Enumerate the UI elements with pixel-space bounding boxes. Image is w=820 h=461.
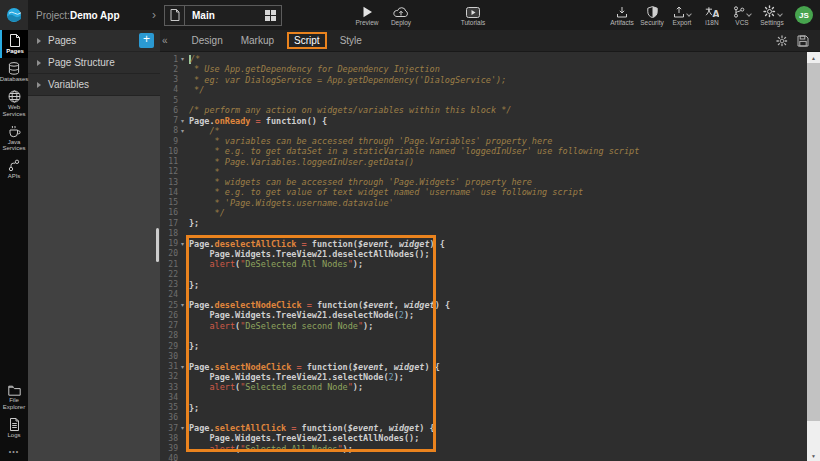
- code-line[interactable]: * 'Page.Widgets.username.datavalue': [187, 198, 807, 208]
- tab-markup[interactable]: Markup: [232, 33, 283, 48]
- code-line[interactable]: Page.Widgets.TreeView21.selectAllNodes()…: [187, 433, 807, 443]
- tutorials-button[interactable]: Tutorials: [460, 0, 486, 30]
- code-line[interactable]: [187, 290, 807, 300]
- settings-button[interactable]: Settings: [759, 0, 785, 30]
- code-line[interactable]: * e.g. to get dataSet in a staticVariabl…: [187, 146, 807, 156]
- code-line[interactable]: [187, 454, 807, 461]
- code-line[interactable]: * Use App.getDependency for Dependency I…: [187, 64, 807, 74]
- code-line[interactable]: * e.g. to get value of text widget named…: [187, 187, 807, 197]
- sidebar-scrollbar[interactable]: [156, 228, 159, 262]
- line-number[interactable]: 25▾: [160, 300, 187, 310]
- rail-item-pages[interactable]: Pages: [0, 30, 28, 58]
- line-number[interactable]: 30: [160, 351, 187, 361]
- line-number[interactable]: 31▾: [160, 362, 187, 372]
- code-line[interactable]: alert("Selected All Nodes");: [187, 444, 807, 454]
- line-number[interactable]: 8▾: [160, 126, 187, 136]
- code-line[interactable]: [187, 95, 807, 105]
- line-number[interactable]: 32: [160, 372, 187, 382]
- fold-caret-icon[interactable]: ▾: [178, 300, 187, 310]
- save-icon[interactable]: [797, 35, 809, 47]
- line-number[interactable]: 24: [160, 290, 187, 300]
- code-line[interactable]: };: [187, 280, 807, 290]
- code-line[interactable]: Page.onReady = function() {: [187, 116, 807, 126]
- line-number[interactable]: 35: [160, 403, 187, 413]
- code-line[interactable]: Page.selectAllClick = function($event, w…: [187, 423, 807, 433]
- scroll-thumb[interactable]: [807, 63, 820, 421]
- code-line[interactable]: [187, 331, 807, 341]
- line-number[interactable]: 28: [160, 331, 187, 341]
- line-number[interactable]: 23: [160, 280, 187, 290]
- fold-caret-icon[interactable]: ▾: [178, 126, 187, 136]
- rail-item-apis[interactable]: APIs: [0, 155, 28, 183]
- breadcrumb-chevron-icon[interactable]: ›: [152, 8, 156, 22]
- code-line[interactable]: alert("DeSelected All Nodes");: [187, 259, 807, 269]
- rail-item-logs[interactable]: Logs: [0, 414, 28, 442]
- fold-caret-icon[interactable]: ▾: [178, 423, 187, 433]
- code-line[interactable]: /*: [187, 54, 807, 64]
- tab-script[interactable]: Script: [287, 32, 327, 49]
- line-number[interactable]: 1▾: [160, 54, 187, 64]
- user-avatar[interactable]: JS: [795, 6, 813, 24]
- code-line[interactable]: Page.deselectAllClick = function($event,…: [187, 239, 807, 249]
- code-line[interactable]: * widgets can be accessed through 'Page.…: [187, 177, 807, 187]
- line-number[interactable]: 36: [160, 413, 187, 423]
- line-number[interactable]: 17: [160, 218, 187, 228]
- code-line[interactable]: * variables can be accessed through 'Pag…: [187, 136, 807, 146]
- rail-item-file-explorer[interactable]: File Explorer: [0, 381, 28, 414]
- scroll-down-icon[interactable]: ▼: [807, 450, 820, 461]
- line-number[interactable]: 21: [160, 259, 187, 269]
- i18n-button[interactable]: A i18N: [699, 0, 725, 30]
- code-line[interactable]: [187, 228, 807, 238]
- page-tab-main[interactable]: Main: [164, 5, 282, 26]
- scroll-up-icon[interactable]: ▲: [807, 52, 820, 63]
- line-number[interactable]: 3: [160, 75, 187, 85]
- rail-item-databases[interactable]: Databases: [0, 58, 28, 86]
- fold-caret-icon[interactable]: ▾: [178, 362, 187, 372]
- line-number[interactable]: 22: [160, 269, 187, 279]
- code-line[interactable]: alert("Selected second Node");: [187, 382, 807, 392]
- line-number[interactable]: 27: [160, 321, 187, 331]
- sidebar-section-pages[interactable]: Pages +: [28, 30, 160, 52]
- code-line[interactable]: /*: [187, 126, 807, 136]
- line-number[interactable]: 20: [160, 249, 187, 259]
- line-number[interactable]: 13: [160, 177, 187, 187]
- code-line[interactable]: /* perform any action on widgets/variabl…: [187, 105, 807, 115]
- code-line[interactable]: };: [187, 218, 807, 228]
- vcs-button[interactable]: VCS: [729, 0, 755, 30]
- rail-more-button[interactable]: •••: [0, 442, 28, 461]
- line-number[interactable]: 16: [160, 208, 187, 218]
- fold-caret-icon[interactable]: ▾: [178, 239, 187, 249]
- line-number[interactable]: 40: [160, 454, 187, 461]
- sidebar-collapse-icon[interactable]: «: [160, 35, 171, 46]
- code-line[interactable]: *: [187, 167, 807, 177]
- code-line[interactable]: Page.Widgets.TreeView21.deselectAllNodes…: [187, 249, 807, 259]
- code-line[interactable]: };: [187, 341, 807, 351]
- line-number[interactable]: 6: [160, 105, 187, 115]
- app-logo[interactable]: [0, 0, 28, 30]
- code-line[interactable]: * Page.Variables.loggedInUser.getData(): [187, 157, 807, 167]
- code-line[interactable]: Page.deselectNodeClick = function($event…: [187, 300, 807, 310]
- line-number[interactable]: 7▾: [160, 116, 187, 126]
- fold-caret-icon[interactable]: ▾: [178, 116, 187, 126]
- line-number[interactable]: 38: [160, 433, 187, 443]
- artifacts-button[interactable]: Artifacts: [609, 0, 635, 30]
- line-number[interactable]: 5: [160, 95, 187, 105]
- code-line[interactable]: };: [187, 403, 807, 413]
- editor-scrollbar[interactable]: ▲ ▼: [807, 52, 820, 461]
- line-number[interactable]: 26: [160, 310, 187, 320]
- code-line[interactable]: Page.Widgets.TreeView21.deselectNode(2);: [187, 310, 807, 320]
- line-number[interactable]: 11: [160, 157, 187, 167]
- line-number[interactable]: 33: [160, 382, 187, 392]
- code-line[interactable]: */: [187, 85, 807, 95]
- line-number[interactable]: 15: [160, 198, 187, 208]
- sidebar-section-page-structure[interactable]: Page Structure: [28, 52, 160, 74]
- line-number[interactable]: 18: [160, 228, 187, 238]
- line-number[interactable]: 9: [160, 136, 187, 146]
- security-button[interactable]: Security: [639, 0, 665, 30]
- code-line[interactable]: * eg: var DialogService = App.getDepende…: [187, 75, 807, 85]
- tab-style[interactable]: Style: [331, 33, 371, 48]
- rail-item-web-services[interactable]: Web Services: [0, 86, 28, 121]
- add-page-button[interactable]: +: [139, 33, 154, 48]
- rail-item-java-services[interactable]: Java Services: [0, 121, 28, 156]
- page-grid-icon[interactable]: [265, 10, 276, 21]
